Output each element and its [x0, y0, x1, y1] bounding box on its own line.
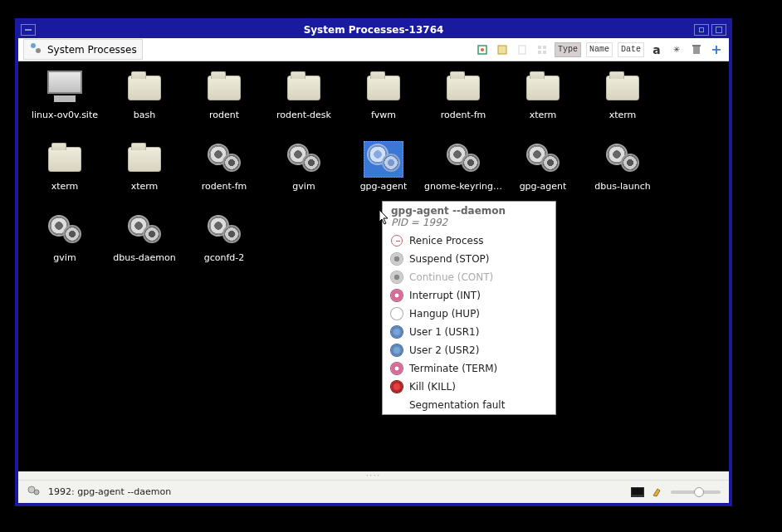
resize-grip[interactable]: ···· — [18, 471, 729, 480]
process-item[interactable]: rodent-fm — [423, 70, 503, 141]
ctx-item: Continue (CONT) — [383, 268, 555, 286]
folder-icon — [603, 70, 643, 106]
ctx-item[interactable]: Suspend (STOP) — [383, 250, 555, 268]
svg-rect-9 — [543, 51, 546, 54]
process-item[interactable]: dbus-daemon — [105, 212, 184, 284]
process-item[interactable]: dbus-launch — [583, 141, 662, 212]
process-item[interactable]: xterm — [503, 70, 583, 141]
trash-icon[interactable] — [689, 42, 704, 57]
ctx-item-label: User 1 (USR1) — [409, 326, 479, 338]
window-title: System Processes-13764 — [304, 24, 444, 36]
gears-icon — [523, 141, 563, 178]
folder-icon — [284, 70, 324, 106]
ctx-item-label: Suspend (STOP) — [409, 253, 490, 265]
add-button[interactable]: + — [709, 42, 724, 57]
statusbar: 1992: gpg-agent --daemon — [18, 480, 729, 503]
ctx-item[interactable]: Terminate (TERM) — [383, 359, 555, 378]
process-item[interactable]: rodent-desk — [264, 70, 344, 141]
red-icon — [391, 381, 403, 393]
folder-icon — [204, 70, 244, 106]
ctx-item[interactable]: User 1 (USR1) — [383, 323, 555, 341]
star-icon[interactable]: ✳ — [669, 42, 684, 57]
font-icon[interactable]: a — [649, 42, 664, 57]
ctx-item[interactable]: Renice Process — [383, 232, 555, 250]
gear-icon — [391, 253, 403, 265]
process-label: bash — [134, 110, 155, 120]
view-icon[interactable] — [535, 42, 550, 57]
ctx-item[interactable]: Interrupt (INT) — [383, 286, 555, 305]
gears-icon — [125, 212, 164, 249]
status-text: 1992: gpg-agent --daemon — [48, 486, 171, 497]
gears-icon — [204, 212, 244, 249]
sort-date-button[interactable]: Date — [618, 42, 644, 57]
ctx-item[interactable]: Hangup (HUP) — [383, 305, 555, 323]
blue-icon — [391, 344, 403, 356]
terminal-icon[interactable] — [631, 487, 644, 497]
process-label: gvim — [53, 252, 76, 263]
process-item[interactable]: gvim — [25, 212, 105, 284]
process-item[interactable]: rodent — [184, 70, 264, 141]
process-label: gpg-agent — [520, 181, 567, 192]
white-icon — [391, 308, 403, 320]
ctx-item[interactable]: Kill (KILL) — [383, 378, 555, 396]
new-icon[interactable] — [495, 42, 510, 57]
process-item[interactable]: gconfd-2 — [184, 212, 264, 284]
svg-rect-7 — [543, 46, 546, 49]
process-label: gconfd-2 — [204, 252, 245, 263]
process-label: xterm — [609, 110, 637, 120]
ctx-pid: PID = 1992 — [391, 217, 547, 228]
zoom-slider[interactable] — [671, 491, 721, 494]
ctx-item[interactable]: Segmentation fault — [383, 396, 555, 414]
process-item[interactable]: fvwm — [344, 70, 423, 141]
breadcrumb[interactable]: System Processes — [23, 39, 143, 60]
pink-icon — [391, 290, 403, 301]
sort-name-button[interactable]: Name — [586, 42, 613, 57]
process-label: linux-ov0v.site — [32, 110, 98, 120]
ctx-item[interactable]: User 2 (USR2) — [383, 341, 555, 359]
gears-icon — [603, 141, 643, 178]
folder-icon — [45, 141, 85, 178]
ctx-item-label: User 2 (USR2) — [409, 344, 479, 356]
gears-icon — [45, 212, 85, 249]
process-label: gvim — [292, 181, 315, 192]
folder-icon — [125, 141, 164, 178]
context-menu-header: gpg-agent --daemon PID = 1992 — [383, 202, 555, 232]
gears-light-icon — [364, 141, 403, 178]
process-item[interactable]: gvim — [264, 141, 344, 212]
process-item[interactable]: bash — [105, 70, 184, 141]
clear-icon[interactable] — [651, 487, 664, 497]
ctx-item-label: Kill (KILL) — [409, 381, 456, 393]
minimize-button[interactable] — [694, 24, 709, 36]
maximize-button[interactable] — [711, 24, 726, 36]
process-item[interactable]: linux-ov0v.site — [25, 70, 105, 141]
blue-icon — [391, 326, 403, 338]
process-item[interactable]: rodent-fm — [184, 141, 264, 212]
refresh-icon[interactable] — [475, 42, 490, 57]
folder-icon — [523, 70, 563, 106]
svg-rect-5 — [519, 46, 525, 54]
titlebar[interactable]: System Processes-13764 — [18, 22, 729, 38]
svg-rect-15 — [632, 488, 643, 495]
svg-rect-8 — [538, 51, 541, 54]
sort-type-button[interactable]: Type — [555, 42, 581, 57]
process-label: dbus-daemon — [113, 252, 176, 263]
window-menu-button[interactable] — [21, 24, 36, 36]
process-item[interactable]: xterm — [25, 141, 105, 212]
svg-point-3 — [481, 48, 484, 51]
process-grid[interactable]: linux-ov0v.sitebashrodentrodent-deskfvwm… — [18, 61, 729, 471]
process-item[interactable]: xterm — [105, 141, 184, 212]
ctx-item-label: Segmentation fault — [409, 399, 505, 411]
process-label: xterm — [131, 181, 159, 192]
process-item[interactable]: xterm — [583, 70, 662, 141]
svg-rect-10 — [693, 46, 700, 54]
process-label: dbus-launch — [594, 181, 650, 192]
doc-icon[interactable] — [515, 42, 530, 57]
pink-icon — [391, 363, 403, 374]
folder-icon — [443, 70, 483, 106]
svg-rect-4 — [498, 46, 506, 54]
ctx-command: gpg-agent --daemon — [391, 205, 547, 217]
process-label: gpg-agent — [360, 181, 408, 192]
ctx-item-label: Continue (CONT) — [409, 271, 493, 283]
toolbar: System Processes Type Name Date a ✳ + — [18, 38, 729, 61]
ctx-item-label: Hangup (HUP) — [409, 308, 480, 320]
